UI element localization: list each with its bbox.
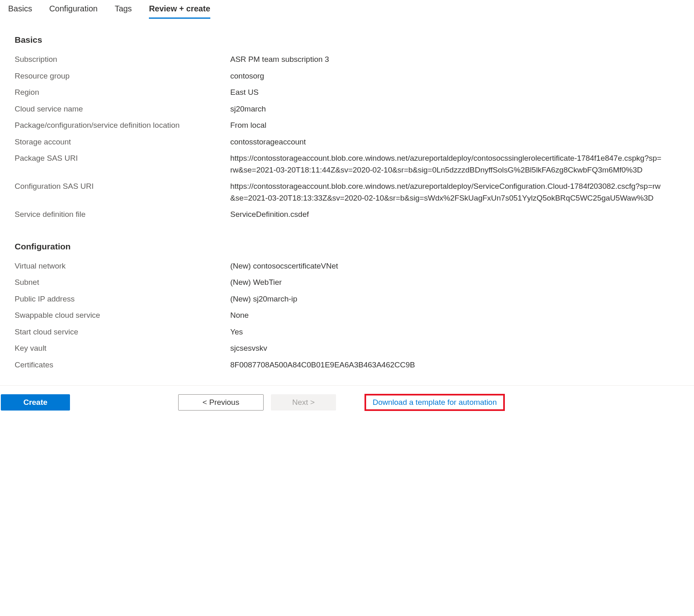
- value-pkg-location: From local: [230, 120, 679, 131]
- label-storage-account: Storage account: [15, 136, 230, 148]
- label-swappable: Swappable cloud service: [15, 310, 230, 321]
- tab-configuration[interactable]: Configuration: [49, 4, 98, 19]
- value-cloud-service-name: sj20march: [230, 103, 679, 115]
- label-region: Region: [15, 87, 230, 98]
- value-config-sas-uri: https://contosstorageaccount.blob.core.w…: [230, 181, 679, 204]
- label-start-cloud: Start cloud service: [15, 326, 230, 338]
- tab-review-create[interactable]: Review + create: [149, 4, 210, 19]
- row-pkg-location: Package/configuration/service definition…: [15, 117, 679, 134]
- value-swappable: None: [230, 310, 679, 321]
- row-subscription: Subscription ASR PM team subscription 3: [15, 51, 679, 68]
- value-resource-group: contosorg: [230, 70, 679, 82]
- label-service-def-file: Service definition file: [15, 209, 230, 221]
- row-region: Region East US: [15, 84, 679, 101]
- row-storage-account: Storage account contosstorageaccount: [15, 134, 679, 151]
- label-certificates: Certificates: [15, 359, 230, 371]
- label-virtual-network: Virtual network: [15, 260, 230, 272]
- row-service-def-file: Service definition file ServiceDefinitio…: [15, 206, 679, 223]
- row-config-sas-uri: Configuration SAS URI https://contosstor…: [15, 178, 679, 206]
- value-virtual-network: (New) contosocscertificateVNet: [230, 260, 679, 272]
- label-resource-group: Resource group: [15, 70, 230, 82]
- section-title-basics: Basics: [15, 35, 679, 45]
- value-subscription: ASR PM team subscription 3: [230, 54, 679, 66]
- tabs-bar: Basics Configuration Tags Review + creat…: [0, 0, 694, 19]
- row-start-cloud: Start cloud service Yes: [15, 324, 679, 341]
- row-certificates: Certificates 8F0087708A500A84C0B01E9EA6A…: [15, 357, 679, 374]
- label-config-sas-uri: Configuration SAS URI: [15, 181, 230, 192]
- row-public-ip: Public IP address (New) sj20march-ip: [15, 291, 679, 308]
- next-button: Next >: [271, 394, 336, 411]
- value-service-def-file: ServiceDefinition.csdef: [230, 209, 679, 221]
- row-virtual-network: Virtual network (New) contosocscertifica…: [15, 258, 679, 275]
- download-template-highlight: Download a template for automation: [364, 394, 505, 411]
- footer: Create < Previous Next > Download a temp…: [0, 386, 694, 419]
- row-swappable: Swappable cloud service None: [15, 307, 679, 324]
- row-resource-group: Resource group contosorg: [15, 68, 679, 85]
- label-public-ip: Public IP address: [15, 293, 230, 305]
- tab-basics[interactable]: Basics: [8, 4, 32, 19]
- value-key-vault: sjcsesvskv: [230, 343, 679, 354]
- label-pkg-location: Package/configuration/service definition…: [15, 120, 230, 131]
- value-package-sas-uri: https://contosstorageaccount.blob.core.w…: [230, 153, 679, 176]
- value-start-cloud: Yes: [230, 326, 679, 338]
- row-cloud-service-name: Cloud service name sj20march: [15, 101, 679, 118]
- create-button[interactable]: Create: [1, 394, 70, 411]
- value-region: East US: [230, 87, 679, 98]
- label-subnet: Subnet: [15, 277, 230, 288]
- label-cloud-service-name: Cloud service name: [15, 103, 230, 115]
- download-template-link[interactable]: Download a template for automation: [373, 398, 497, 406]
- value-subnet: (New) WebTier: [230, 277, 679, 288]
- section-title-configuration: Configuration: [15, 242, 679, 251]
- row-key-vault: Key vault sjcsesvskv: [15, 340, 679, 357]
- value-public-ip: (New) sj20march-ip: [230, 293, 679, 305]
- label-subscription: Subscription: [15, 54, 230, 66]
- value-storage-account: contosstorageaccount: [230, 136, 679, 148]
- review-content: Basics Subscription ASR PM team subscrip…: [0, 19, 694, 381]
- row-package-sas-uri: Package SAS URI https://contosstorageacc…: [15, 150, 679, 178]
- row-subnet: Subnet (New) WebTier: [15, 274, 679, 291]
- value-certificates: 8F0087708A500A84C0B01E9EA6A3B463A462CC9B: [230, 359, 679, 371]
- label-package-sas-uri: Package SAS URI: [15, 153, 230, 164]
- tab-tags[interactable]: Tags: [115, 4, 132, 19]
- label-key-vault: Key vault: [15, 343, 230, 354]
- previous-button[interactable]: < Previous: [178, 394, 264, 411]
